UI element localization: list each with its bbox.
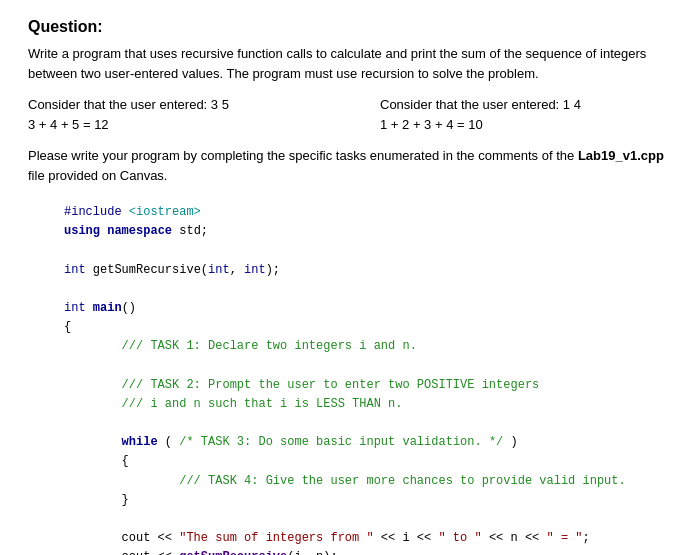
code-task2a: /// TASK 2: Prompt the user to enter two… <box>64 376 672 395</box>
code-blank1 <box>64 241 672 260</box>
code-task2b: /// i and n such that i is LESS THAN n. <box>64 395 672 414</box>
code-cout1: cout << "The sum of integers from " << i… <box>64 529 672 548</box>
consider-left-line2: 3 + 4 + 5 = 12 <box>28 115 320 135</box>
code-task1: /// TASK 1: Declare two integers i and n… <box>64 337 672 356</box>
consider-left-line1: Consider that the user entered: 3 5 <box>28 95 320 115</box>
page-container: Question: Write a program that uses recu… <box>28 18 672 555</box>
code-main-open: { <box>64 318 672 337</box>
code-cout2: cout << getSumRecursive(i, n); <box>64 548 672 555</box>
consider-left: Consider that the user entered: 3 5 3 + … <box>28 95 320 134</box>
consider-right-line1: Consider that the user entered: 1 4 <box>380 95 672 115</box>
please-text-2: file provided on Canvas. <box>28 168 167 183</box>
code-task3-close: } <box>64 491 672 510</box>
question-title: Question: <box>28 18 672 36</box>
code-blank3 <box>64 357 672 376</box>
code-blank5 <box>64 510 672 529</box>
consider-row: Consider that the user entered: 3 5 3 + … <box>28 95 672 134</box>
code-block: #include <iostream> using namespace std;… <box>64 203 672 555</box>
code-task3-open: { <box>64 452 672 471</box>
code-task4: /// TASK 4: Give the user more chances t… <box>64 472 672 491</box>
lab-filename: Lab19_v1.cpp <box>578 148 664 163</box>
please-text-1: Please write your program by completing … <box>28 148 578 163</box>
code-task3: while ( /* TASK 3: Do some basic input v… <box>64 433 672 452</box>
code-proto: int getSumRecursive(int, int); <box>64 261 672 280</box>
code-blank2 <box>64 280 672 299</box>
code-main-sig: int main() <box>64 299 672 318</box>
code-include: #include <iostream> <box>64 203 672 222</box>
question-intro: Write a program that uses recursive func… <box>28 44 672 83</box>
code-blank4 <box>64 414 672 433</box>
code-using: using namespace std; <box>64 222 672 241</box>
consider-right-line2: 1 + 2 + 3 + 4 = 10 <box>380 115 672 135</box>
please-text: Please write your program by completing … <box>28 146 672 185</box>
consider-right: Consider that the user entered: 1 4 1 + … <box>380 95 672 134</box>
